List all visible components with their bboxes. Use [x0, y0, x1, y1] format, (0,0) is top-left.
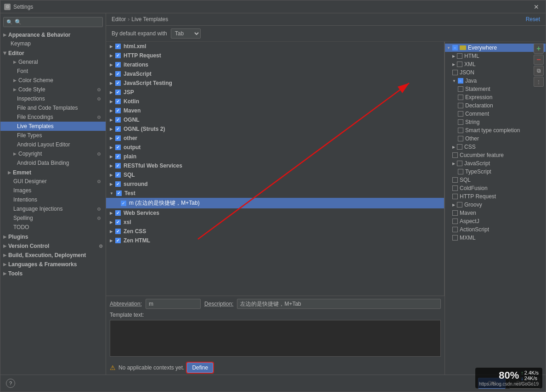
checkbox-coldfusion[interactable]	[452, 185, 458, 191]
context-tree-json[interactable]: JSON	[445, 68, 546, 77]
checkbox-css[interactable]	[457, 144, 462, 150]
checkbox[interactable]: ✓	[115, 44, 121, 49]
checkbox[interactable]: ✓	[121, 201, 126, 206]
context-tree-other-java[interactable]: Other	[445, 134, 546, 143]
checkbox-aspectj[interactable]	[452, 218, 458, 224]
list-item-test-group[interactable]: ▼ ✓ Test	[106, 189, 444, 198]
list-item[interactable]: ▶ ✓ Kotlin	[106, 97, 444, 106]
list-item[interactable]: ▶ ✓ JSP	[106, 88, 444, 97]
sidebar-item-version-control[interactable]: ▶ Version Control ⚙	[0, 241, 106, 250]
list-item[interactable]: ▶ ✓ OGNL (Struts 2)	[106, 124, 444, 134]
list-item[interactable]: ▶ ✓ RESTful Web Services	[106, 161, 444, 170]
help-button[interactable]: ?	[6, 379, 15, 388]
checkbox[interactable]: ✓	[115, 108, 121, 113]
sidebar-item-editor[interactable]: ▶ Editor	[0, 48, 106, 57]
sidebar-item-file-encodings[interactable]: File Encodings ⚙	[0, 112, 106, 122]
sidebar-item-images[interactable]: Images	[0, 186, 106, 195]
checkbox-javascript[interactable]	[457, 161, 462, 166]
checkbox[interactable]: ✓	[115, 90, 121, 95]
sidebar-item-android-data-binding[interactable]: Android Data Binding	[0, 158, 106, 168]
list-item[interactable]: ▶ ✓ html.xml	[106, 42, 444, 51]
template-textarea[interactable]	[110, 320, 441, 357]
checkbox-json[interactable]	[452, 70, 458, 75]
checkbox[interactable]: ✓	[115, 53, 121, 58]
list-item[interactable]: ▶ ✓ HTTP Request	[106, 51, 444, 60]
sidebar-item-gui-designer[interactable]: GUI Designer ⚙	[0, 177, 106, 186]
list-item-test-m[interactable]: ✓ m (左边的是快捷键，M+Tab)	[106, 198, 444, 208]
checkbox[interactable]: ✓	[115, 145, 121, 150]
sidebar-item-file-types[interactable]: File Types	[0, 131, 106, 140]
checkbox-sql[interactable]	[452, 177, 458, 183]
checkbox[interactable]: ✓	[115, 154, 121, 159]
checkbox[interactable]: ✓	[115, 210, 121, 216]
sidebar-item-spelling[interactable]: Spelling ⚙	[0, 213, 106, 223]
checkbox-expression[interactable]	[458, 95, 463, 100]
sidebar-item-live-templates[interactable]: Live Templates	[0, 122, 106, 131]
sidebar-item-todo[interactable]: TODO	[0, 223, 106, 232]
context-tree-typescript[interactable]: TypeScript	[445, 168, 546, 176]
sidebar-item-inspections[interactable]: Inspections ⚙	[0, 94, 106, 103]
context-tree-expression[interactable]: Expression	[445, 93, 546, 101]
context-tree-http-request[interactable]: HTTP Request	[445, 192, 546, 201]
context-tree-coldfusion[interactable]: ColdFusion	[445, 184, 546, 192]
list-item[interactable]: ▶ ✓ surround	[106, 179, 444, 189]
sidebar-item-plugins[interactable]: ▶ Plugins	[0, 232, 106, 241]
list-item[interactable]: ▶ ✓ Web Services	[106, 208, 444, 218]
context-tree-actionscript[interactable]: ActionScript	[445, 225, 546, 234]
list-item[interactable]: ▶ ✓ xsl	[106, 218, 444, 227]
list-item[interactable]: ▶ ✓ Zen HTML	[106, 236, 444, 245]
search-input[interactable]	[15, 19, 100, 25]
expand-select[interactable]: Tab Enter Space	[171, 28, 201, 39]
sidebar-item-tools[interactable]: ▶ Tools	[0, 269, 106, 278]
checkbox-smart-type[interactable]	[458, 128, 463, 133]
list-item[interactable]: ▶ ✓ OGNL	[106, 115, 444, 124]
list-item[interactable]: ▶ ✓ plain	[106, 152, 444, 161]
checkbox[interactable]: ✓	[115, 62, 121, 67]
checkbox[interactable]: ✓	[115, 99, 121, 104]
sidebar-item-language-injections[interactable]: Language Injections ⚙	[0, 204, 106, 213]
checkbox-java[interactable]: −	[458, 78, 463, 84]
sidebar-item-font[interactable]: Font	[0, 67, 106, 76]
checkbox-comment[interactable]	[458, 111, 463, 117]
checkbox[interactable]: ✓	[115, 172, 121, 178]
checkbox-string[interactable]	[458, 119, 463, 125]
context-tree-css[interactable]: ▶ CSS	[445, 143, 546, 151]
more-context-button[interactable]: ⋮	[534, 77, 544, 87]
checkbox[interactable]: ✓	[115, 238, 121, 243]
sidebar-item-copyright[interactable]: ▶ Copyright ⚙	[0, 149, 106, 158]
context-tree-comment[interactable]: Comment	[445, 110, 546, 118]
checkbox[interactable]: ✓	[115, 219, 121, 225]
checkbox[interactable]: ✓	[115, 181, 121, 187]
sidebar-item-appearance[interactable]: ▶ Appearance & Behavior	[0, 30, 106, 39]
context-tree-everywhere[interactable]: ▼ − Everywhere	[445, 44, 546, 52]
checkbox-typescript[interactable]	[458, 169, 463, 174]
context-tree-smart-type[interactable]: Smart type completion	[445, 126, 546, 134]
remove-context-button[interactable]: −	[534, 55, 544, 65]
abbreviation-input[interactable]	[146, 299, 201, 309]
sidebar-item-code-style[interactable]: ▶ Code Style ⚙	[0, 85, 106, 94]
context-tree-string[interactable]: String	[445, 118, 546, 126]
list-item[interactable]: ▶ ✓ Zen CSS	[106, 227, 444, 236]
list-item[interactable]: ▶ ✓ SQL	[106, 170, 444, 179]
checkbox[interactable]: ✓	[115, 229, 121, 234]
add-context-button[interactable]: +	[534, 44, 544, 54]
checkbox-http-request[interactable]	[452, 194, 458, 199]
copy-context-button[interactable]: ⧉	[534, 66, 544, 76]
checkbox[interactable]: ✓	[116, 190, 122, 196]
list-item[interactable]: ▶ ✓ other	[106, 134, 444, 143]
context-tree-declaration[interactable]: Declaration	[445, 101, 546, 110]
sidebar-item-languages-frameworks[interactable]: ▶ Languages & Frameworks	[0, 259, 106, 269]
checkbox-maven[interactable]	[452, 210, 458, 216]
context-tree-groovy[interactable]: ▶ Groovy	[445, 201, 546, 209]
context-tree-xml[interactable]: ▶ XML	[445, 60, 546, 68]
list-item[interactable]: ▶ ✓ Maven	[106, 106, 444, 115]
checkbox-xml[interactable]	[457, 62, 462, 67]
checkbox[interactable]: ✓	[115, 163, 121, 168]
checkbox[interactable]: ✓	[115, 126, 121, 132]
description-input[interactable]	[237, 299, 441, 309]
checkbox[interactable]: ✓	[115, 135, 121, 141]
context-tree-html[interactable]: ▶ HTML	[445, 52, 546, 60]
checkbox-statement[interactable]	[458, 86, 463, 92]
checkbox[interactable]: ✓	[115, 117, 121, 123]
list-item[interactable]: ▶ ✓ JavaScript	[106, 69, 444, 78]
